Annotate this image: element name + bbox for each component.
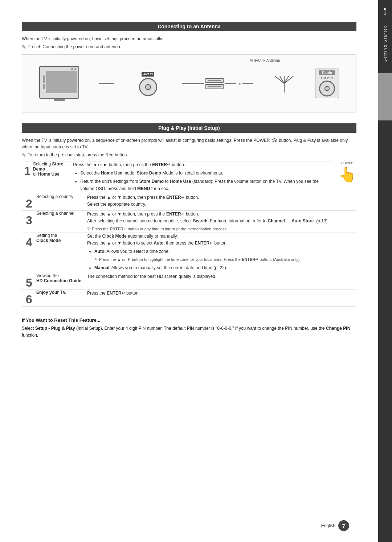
ant-in-circle (139, 78, 157, 96)
step-5-row: 5 Viewing theHD Connection Guide. The co… (22, 273, 356, 290)
tv-dot-2 (74, 68, 76, 70)
side-tab-number: 01 (384, 4, 386, 18)
ant-out-label: ANT OUT (320, 77, 333, 80)
sub-note-icon: ✎ (87, 226, 90, 233)
step-4-subnote: ✎ Press the ▲ or ▼ button to highlight t… (94, 256, 299, 263)
step-5-desc: The connection method for the best HD sc… (87, 273, 216, 290)
power-column: POWER 👆 (338, 161, 356, 183)
antenna-diagram: VHF/UHF Antenna (22, 54, 356, 112)
page-container: Connecting to an Antenna When the TV is … (0, 0, 392, 542)
splitter-bar-1 (205, 78, 224, 83)
cable-port-inner (324, 86, 330, 91)
cable-box: Cable ANT OUT (315, 69, 339, 98)
step-3-row: 3 Selecting a channel Press the ▲ or ▼ b… (22, 210, 356, 233)
splitter-line-inner-2 (208, 86, 221, 87)
ant-in-inner (145, 84, 151, 90)
if-reset-section: If You Want to Reset This Feature... Sel… (22, 314, 356, 339)
tv-button-2 (43, 84, 45, 89)
note-icon-2: ✎ (22, 152, 26, 158)
cable-line-1 (99, 83, 114, 84)
page-footer: English 7 (321, 520, 349, 531)
antenna-svg (273, 74, 295, 93)
step-2-label: Selecting a country (36, 194, 87, 210)
plug-note: ✎ To return to the previous step, press … (22, 152, 356, 158)
splitter (205, 78, 224, 89)
step-2-number: 2 (22, 194, 36, 210)
cable-port (319, 81, 335, 97)
tv-side-buttons (41, 74, 46, 91)
splitter-bar-2 (205, 84, 224, 89)
or-text: or (237, 81, 241, 86)
antenna-section: Connecting to an Antenna When the TV is … (22, 22, 356, 112)
plug-section: Plug & Play (Initial Setup) When the TV … (22, 123, 356, 339)
steps-container: POWER 👆 1 Selecting Store Demoor Home Us… (22, 161, 356, 307)
cable-mid: or (182, 78, 253, 89)
step-6-label: Enjoy your TV. (36, 290, 87, 306)
ant-in-connector (134, 78, 163, 96)
tv-illustration (39, 66, 79, 101)
power-label: POWER (341, 161, 354, 165)
power-hand-icon: 👆 (338, 166, 356, 183)
antenna-symbol (273, 74, 295, 93)
side-tab-text: Getting Started (383, 21, 387, 66)
tv-button-1 (43, 75, 45, 83)
svg-line-2 (280, 76, 284, 83)
tv-screen (46, 71, 77, 93)
english-label: English (321, 523, 335, 528)
step-3-label: Selecting a channel (36, 211, 87, 233)
if-reset-desc: Select Setup - Plug & Play (Initial Setu… (22, 325, 356, 339)
tv-dot-1 (71, 68, 73, 70)
power-symbol: ⏻ (272, 138, 277, 143)
step-4-label: Setting theClock Mode (36, 233, 87, 273)
step-1-label: Selecting Store Demoor Home Use (33, 161, 73, 194)
step-1-number: 1 (22, 161, 33, 194)
cable-connector-1 (99, 83, 114, 84)
plug-header: Plug & Play (Initial Setup) (22, 123, 356, 133)
tv-box (39, 66, 79, 99)
svg-line-4 (284, 76, 289, 83)
step-6-number: 6 (22, 290, 36, 306)
side-tab-stripe (378, 73, 392, 120)
tv-stand (54, 99, 65, 101)
cable-label: Cable (319, 70, 335, 75)
sub-note-icon-2: ✎ (94, 256, 98, 263)
note-icon: ✎ (22, 44, 26, 50)
main-content: Connecting to an Antenna When the TV is … (0, 0, 378, 542)
antenna-intro: When the TV is initially powered on, bas… (22, 36, 356, 42)
step-6-row: 6 Enjoy your TV. Press the ENTER↵ button… (22, 290, 356, 307)
step-2-row: 2 Selecting a country Press the ▲ or ▼ b… (22, 194, 356, 210)
page-number: 7 (338, 520, 349, 531)
step-3-number: 3 (22, 211, 36, 233)
splitter-line-inner-1 (208, 80, 221, 81)
if-reset-title: If You Want to Reset This Feature... (22, 317, 356, 323)
cable-line-4 (242, 83, 253, 84)
cable-line-2 (182, 83, 204, 84)
antenna-note: ✎ Preset: Connecting the power cord and … (22, 44, 356, 50)
tv-dots (71, 68, 76, 70)
step-4-number: 4 (22, 233, 36, 273)
ant-in-label: ANT IN (142, 72, 154, 77)
step-3-subnote: ✎ Press the ENTER↵ button at any time to… (87, 226, 327, 233)
svg-line-1 (275, 76, 284, 83)
step-6-desc: Press the ENTER↵ button. (87, 290, 140, 306)
step-5-number: 5 (22, 273, 36, 290)
step-5-label: Viewing theHD Connection Guide. (36, 273, 87, 290)
plug-intro: When the TV is initially powered on, a s… (22, 137, 356, 150)
vhf-label: VHF/UHF Antenna (250, 58, 280, 62)
step-3-desc: Press the ▲ or ▼ button, then press the … (87, 211, 327, 233)
step-1-desc: Press the ◄ or ► button, then press the … (73, 161, 332, 194)
ant-in-box: ANT IN (134, 71, 163, 96)
antenna-header: Connecting to an Antenna (22, 22, 356, 31)
step-1-row: 1 Selecting Store Demoor Home Use Press … (22, 161, 332, 194)
step-4-row: 4 Setting theClock Mode Set the Clock Mo… (22, 233, 356, 273)
step-4-desc: Set the Clock Mode automatically or manu… (87, 233, 299, 273)
side-tab: 01 Getting Started (378, 0, 392, 542)
step-2-desc: Press the ▲ or ▼ button, then press the … (87, 194, 199, 210)
cable-line-3 (225, 83, 236, 84)
svg-line-5 (284, 76, 293, 83)
